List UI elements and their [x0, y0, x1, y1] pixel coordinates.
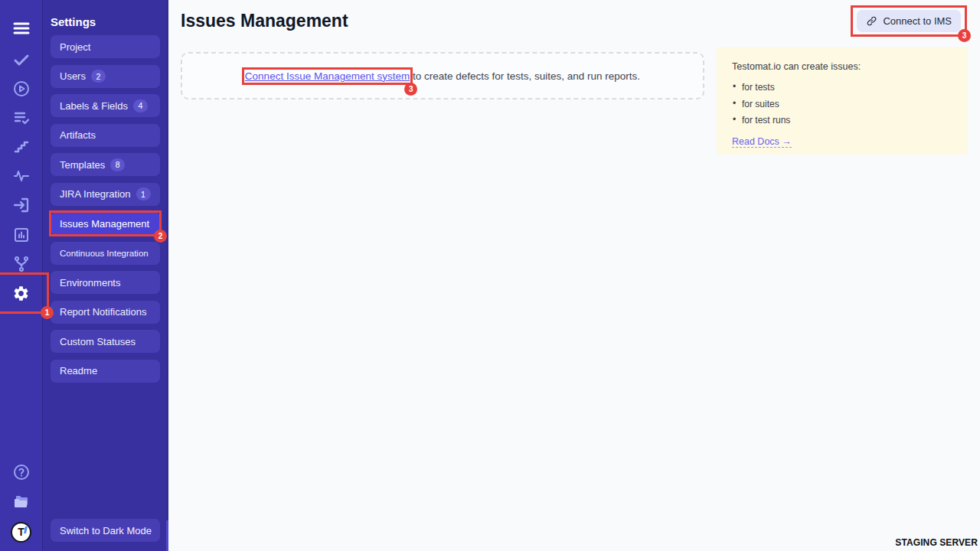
sign-in-icon[interactable]	[0, 191, 42, 220]
count-badge: 1	[136, 187, 151, 201]
testomat-logo[interactable]: T	[0, 517, 42, 546]
sidebar-item-label: Continuous Integration	[60, 249, 149, 258]
sidebar-item-label: Labels & Fields	[60, 100, 128, 112]
bar-chart-icon[interactable]	[0, 220, 42, 249]
sidebar-item-jira-integration[interactable]: JIRA Integration1	[51, 183, 160, 206]
staging-server-label: STAGING SERVER	[895, 537, 978, 548]
app-window: 1 T Settings ProjectUsers2Labels & Field…	[0, 0, 980, 551]
sidebar-item-label: Environments	[60, 277, 120, 289]
settings-nav-list: ProjectUsers2Labels & Fields4ArtifactsTe…	[51, 35, 160, 383]
connect-to-ims-button[interactable]: 3 Connect to IMS	[857, 10, 961, 32]
count-badge: 4	[133, 99, 148, 112]
folders-icon[interactable]	[0, 487, 42, 517]
sidebar-item-label: Report Notifications	[60, 306, 146, 318]
branch-icon[interactable]	[0, 249, 42, 279]
count-badge: 8	[110, 158, 125, 171]
info-bullet-item: for test runs	[732, 115, 952, 126]
sidebar-item-issues-management[interactable]: Issues Management2	[51, 212, 160, 235]
sidebar-heading: Settings	[51, 15, 96, 28]
logo-accent	[24, 527, 28, 533]
sidebar-item-label: Project	[60, 41, 90, 53]
sidebar-item-label: JIRA Integration	[60, 188, 131, 200]
help-icon[interactable]	[0, 458, 42, 487]
sidebar-item-label: Issues Management	[60, 218, 149, 230]
dark-mode-toggle-button[interactable]: Switch to Dark Mode	[51, 519, 160, 542]
sidebar-scrollbar[interactable]	[166, 520, 168, 551]
info-panel: Testomat.io can create issues: for tests…	[717, 47, 968, 155]
empty-state-description: to create defects for tests, suites, and…	[410, 70, 640, 82]
sidebar-item-label: Custom Statuses	[60, 336, 136, 347]
annotation-badge-1: 1	[41, 306, 54, 319]
sidebar-item-labels-fields[interactable]: Labels & Fields4	[51, 94, 160, 117]
sidebar-item-report-notifications[interactable]: Report Notifications	[51, 301, 160, 324]
pulse-icon[interactable]	[0, 161, 42, 191]
icon-rail: 1 T	[0, 0, 42, 551]
list-check-icon[interactable]	[0, 103, 42, 132]
sidebar-item-project[interactable]: Project	[51, 35, 160, 58]
sidebar-item-users[interactable]: Users2	[51, 65, 160, 88]
link-icon	[866, 15, 877, 27]
info-bullet-item: for suites	[732, 99, 952, 109]
read-docs-link[interactable]: Read Docs →	[732, 136, 792, 148]
sidebar-item-label: Templates	[60, 159, 105, 171]
connect-ims-link[interactable]: Connect Issue Management system3	[245, 70, 410, 82]
sidebar-item-label: Users	[60, 70, 86, 82]
connect-to-ims-label: Connect to IMS	[883, 15, 952, 27]
sidebar-item-label: Artifacts	[60, 129, 96, 141]
hamburger-menu-icon[interactable]	[0, 14, 42, 43]
info-bullet-list: for testsfor suitesfor test runs	[732, 82, 952, 126]
info-panel-heading: Testomat.io can create issues:	[732, 61, 952, 72]
annotation-badge-2: 2	[154, 230, 167, 243]
annotation-badge-3a: 3	[404, 83, 417, 96]
sidebar-item-continuous-integration[interactable]: Continuous Integration	[51, 242, 160, 265]
info-bullet-item: for tests	[732, 82, 952, 93]
sidebar-item-templates[interactable]: Templates8	[51, 153, 160, 176]
sidebar-item-artifacts[interactable]: Artifacts	[51, 124, 160, 147]
empty-state-text: Connect Issue Management system3 to crea…	[245, 70, 640, 82]
empty-state-box: Connect Issue Management system3 to crea…	[181, 52, 704, 99]
check-icon[interactable]	[0, 45, 42, 74]
main-content: Issues Management 3 Connect to IMS Conne…	[168, 0, 980, 551]
play-circle-icon[interactable]	[0, 74, 42, 103]
steps-icon[interactable]	[0, 132, 42, 161]
gear-icon[interactable]: 1	[0, 279, 42, 308]
annotation-badge-3b: 3	[958, 29, 971, 42]
sidebar-item-label: Readme	[60, 365, 97, 377]
sidebar-item-custom-statuses[interactable]: Custom Statuses	[51, 330, 160, 353]
sidebar-item-readme[interactable]: Readme	[51, 360, 160, 383]
testomat-logo-circle: T	[11, 522, 31, 543]
sidebar-item-environments[interactable]: Environments	[51, 271, 160, 294]
settings-sidebar: Settings ProjectUsers2Labels & Fields4Ar…	[42, 0, 168, 551]
page-title: Issues Management	[181, 11, 348, 31]
count-badge: 2	[91, 70, 106, 83]
